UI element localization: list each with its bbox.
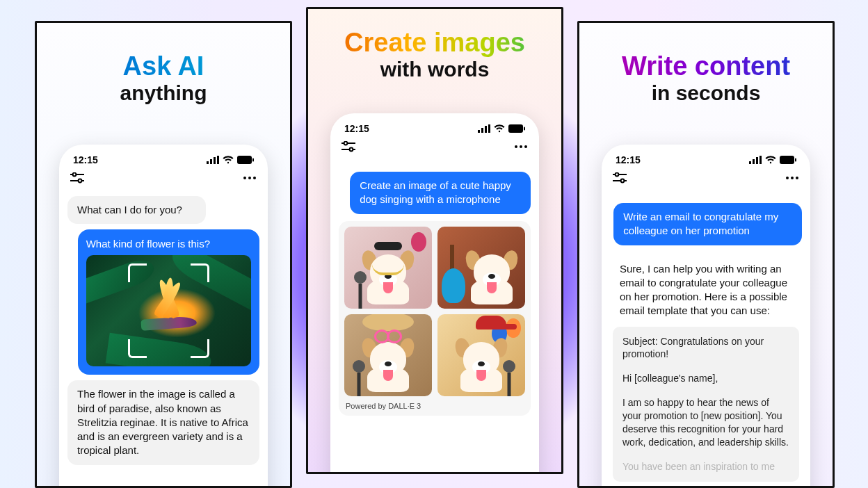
svg-point-11 <box>248 177 251 179</box>
svg-point-22 <box>350 148 353 152</box>
status-time: 12:15 <box>73 154 98 165</box>
svg-rect-0 <box>207 161 209 164</box>
svg-rect-28 <box>756 157 758 164</box>
generated-image[interactable] <box>344 227 432 309</box>
svg-rect-18 <box>524 127 525 131</box>
sunglasses-shape <box>374 242 402 250</box>
guitar-shape <box>442 268 465 303</box>
settings-sliders-icon[interactable] <box>70 172 84 184</box>
svg-rect-27 <box>753 159 755 164</box>
generated-image[interactable] <box>344 314 432 396</box>
generated-images-card: Powered by DALL·E 3 <box>339 221 531 416</box>
user-question-text: What kind of flower is this? <box>86 238 251 250</box>
generated-image[interactable] <box>437 314 525 396</box>
dog-shape <box>364 247 412 304</box>
focus-corner-icon <box>128 263 147 282</box>
dog-shape <box>364 335 412 392</box>
focus-corner-icon <box>191 339 209 358</box>
ai-answer-bubble: The flower in the image is called a bird… <box>67 380 259 464</box>
cap-brim-shape <box>499 324 517 330</box>
more-menu-icon[interactable] <box>785 176 799 180</box>
microphone-shape <box>503 360 515 373</box>
focus-corner-icon <box>128 339 147 358</box>
headline-sub: in seconds <box>579 81 833 105</box>
svg-rect-16 <box>488 124 490 133</box>
email-template-box: Subject: Congratulations on your promoti… <box>613 327 799 482</box>
svg-rect-15 <box>485 126 487 133</box>
headline-main: Create images <box>308 29 561 58</box>
user-image-question-bubble: What kind of flower is this? <box>78 229 259 375</box>
pink-glasses-shape <box>374 330 402 339</box>
signal-icon <box>749 156 762 164</box>
svg-point-12 <box>253 177 256 179</box>
status-bar: 12:15 <box>337 123 532 134</box>
svg-rect-30 <box>780 156 794 164</box>
svg-rect-2 <box>214 157 216 164</box>
status-icons <box>207 156 254 164</box>
ai-intro-text: Sure, I can help you with writing an ema… <box>613 258 799 327</box>
top-bar <box>337 134 532 156</box>
headline-main: Ask AI <box>37 52 290 81</box>
status-icons <box>478 124 525 133</box>
svg-point-23 <box>515 145 517 148</box>
headline-main: Write content <box>579 52 833 81</box>
generated-images-grid <box>344 227 525 396</box>
status-bar: 12:15 <box>609 154 803 165</box>
status-time: 12:15 <box>344 123 369 134</box>
top-bar <box>609 165 803 188</box>
svg-rect-17 <box>508 124 523 133</box>
email-subject: Subject: Congratulations on your promoti… <box>622 335 789 361</box>
svg-rect-1 <box>210 159 212 164</box>
status-time: 12:15 <box>616 154 641 165</box>
dog-shape <box>467 247 516 304</box>
hat-brim-shape <box>362 314 414 331</box>
dog-shape <box>457 335 506 392</box>
email-greeting: Hi [colleague's name], <box>622 372 789 385</box>
email-paragraph: I am so happy to hear the news of your p… <box>622 396 789 449</box>
email-paragraph-faded: You have been an inspiration to me <box>622 460 789 473</box>
battery-icon <box>780 156 796 164</box>
settings-sliders-icon[interactable] <box>613 172 627 184</box>
more-menu-icon[interactable] <box>243 176 257 180</box>
settings-sliders-icon[interactable] <box>341 141 355 152</box>
svg-rect-13 <box>478 130 480 133</box>
phone-mock: 12:15 What can I do for you <box>59 145 268 488</box>
svg-point-36 <box>786 177 789 179</box>
user-prompt-bubble: Create an image of a cute happy dog sing… <box>350 172 531 214</box>
status-bar: 12:15 <box>66 154 261 165</box>
phone-mock: 12:15 Create an image of a cute happy do… <box>330 113 539 474</box>
svg-rect-4 <box>237 156 252 164</box>
svg-rect-5 <box>252 158 254 162</box>
focus-corner-icon <box>191 263 209 282</box>
battery-icon <box>508 124 525 133</box>
top-bar <box>66 165 261 188</box>
battery-icon <box>237 156 254 164</box>
svg-point-25 <box>524 145 527 148</box>
headline: Ask AI anything <box>37 52 290 105</box>
chat-area: Create an image of a cute happy dog sing… <box>337 156 532 416</box>
attached-image[interactable] <box>86 255 251 366</box>
panel-ask-ai: Ask AI anything 12:15 <box>35 21 292 488</box>
balloon-shape <box>411 232 426 252</box>
svg-point-37 <box>791 177 794 179</box>
svg-point-35 <box>621 179 625 183</box>
svg-rect-3 <box>217 156 219 164</box>
svg-rect-31 <box>795 158 796 162</box>
panel-create-images: Create images with words 12:15 Create an… <box>306 7 563 474</box>
more-menu-icon[interactable] <box>514 145 528 149</box>
svg-point-38 <box>796 177 798 179</box>
wifi-icon <box>765 156 776 164</box>
generated-image[interactable] <box>437 227 525 309</box>
microphone-shape <box>353 360 365 373</box>
microphone-shape <box>354 271 367 284</box>
leaf-shape <box>86 255 157 304</box>
headline-sub: with words <box>308 58 561 81</box>
svg-point-10 <box>243 177 246 179</box>
svg-rect-29 <box>760 156 762 164</box>
panel-write-content: Write content in seconds 12:15 Write an … <box>577 21 835 488</box>
chat-area: What can I do for you? What kind of flow… <box>66 188 261 465</box>
headline: Create images with words <box>308 29 561 81</box>
ai-greeting-bubble: What can I do for you? <box>67 196 206 224</box>
svg-point-33 <box>616 173 619 177</box>
svg-point-9 <box>79 179 82 183</box>
